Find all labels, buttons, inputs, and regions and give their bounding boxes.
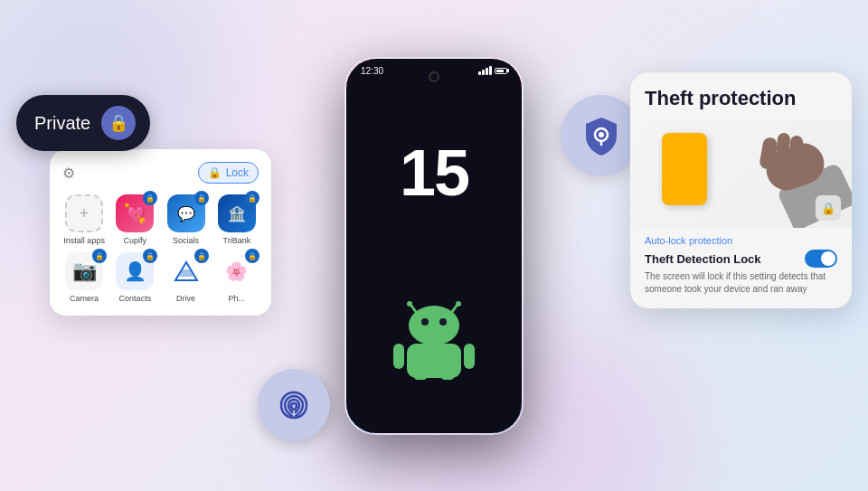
app-item-drive[interactable]: 🔒 Drive [165,252,208,303]
app-label-cupify: Cupify [124,236,147,245]
battery-icon [495,68,507,74]
cupify-badge: 🔒 [143,191,157,205]
fingerprint-icon [274,385,314,425]
svg-point-6 [409,306,459,345]
app-label-socials: Socials [173,236,199,245]
theft-card-body: Auto-lock protection Theft Detection Loc… [630,228,852,308]
private-pill[interactable]: Private 🔒 [16,95,150,151]
app-icon-drive: 🔒 [167,252,205,290]
svg-rect-13 [441,373,454,380]
svg-rect-10 [393,344,404,369]
lock-icon: 🔒 [108,113,128,133]
app-icon-tribank: 🏦 🔒 [218,194,256,232]
phone-screen: 12:30 15 [346,59,522,433]
lock-pill-label: Lock [226,166,249,179]
app-label-photos: Ph... [229,294,246,303]
phone: 12:30 15 [344,56,524,436]
lock-badge-icon: 🔒 [821,202,835,215]
contacts-badge: 🔒 [143,249,157,263]
app-label-camera: Camera [70,294,99,303]
svg-point-5 [456,301,461,307]
svg-rect-11 [464,344,475,369]
theft-detection-toggle[interactable] [805,250,837,268]
private-lock-circle: 🔒 [101,106,136,140]
apps-grid: + Install apps 💘 🔒 Cupify 💬 🔒 Socials 🏦 … [62,194,259,303]
theft-protection-card: Theft protection 🔒 Auto-lock protection [630,72,852,308]
tribank-badge: 🔒 [245,191,259,205]
phone-time: 12:30 [361,66,383,76]
app-icon-cupify: 💘 🔒 [116,194,154,232]
drive-badge: 🔒 [194,249,209,263]
app-icon-camera: 📷 🔒 [65,252,103,290]
phone-status-bar: 12:30 [361,66,507,76]
app-item-socials[interactable]: 💬 🔒 Socials [165,194,208,245]
lock-pill[interactable]: 🔒 Lock [198,162,259,184]
app-label-install: Install apps [63,236,105,245]
private-label: Private [34,113,90,134]
theft-detect-description: The screen will lock if this setting det… [645,270,837,296]
auto-lock-label: Auto-lock protection [645,235,837,246]
app-label-tribank: TriBank [223,236,251,245]
app-item-camera[interactable]: 📷 🔒 Camera [62,252,106,303]
photos-badge: 🔒 [245,249,259,263]
phone-number: 15 [400,136,468,210]
shield-icon [579,113,624,158]
theft-lock-badge: 🔒 [816,195,841,221]
app-icon-photos: 🌸 🔒 [218,252,256,290]
gear-icon[interactable]: ⚙ [62,165,75,182]
socials-badge: 🔒 [194,191,209,205]
signal-icon [478,66,492,75]
lock-pill-icon: 🔒 [208,166,222,179]
theft-detect-title-row: Theft Detection Lock [645,250,837,268]
app-item-photos[interactable]: 🌸 🔒 Ph... [215,252,259,303]
theft-detect-title-text: Theft Detection Lock [645,252,761,266]
stolen-phone-shape [662,133,707,205]
apps-panel: ⚙ 🔒 Lock + Install apps 💘 🔒 Cupify 💬 🔒 S… [50,149,271,316]
svg-rect-12 [414,373,427,380]
app-icon-socials: 💬 🔒 [167,194,205,232]
svg-point-8 [439,318,447,326]
theft-card-title: Theft protection [630,72,852,119]
phone-status-icons [478,66,507,75]
app-label-contacts: Contacts [119,294,152,303]
svg-point-7 [421,318,429,326]
svg-point-3 [407,301,412,307]
camera-badge: 🔒 [92,249,107,263]
fingerprint-circle[interactable] [258,369,330,441]
app-item-contacts[interactable]: 👤 🔒 Contacts [113,252,156,303]
theft-card-image: 🔒 [630,119,852,228]
app-item-install[interactable]: + Install apps [62,194,106,245]
app-label-drive: Drive [176,294,195,303]
app-item-tribank[interactable]: 🏦 🔒 TriBank [215,194,259,245]
app-icon-install: + [65,194,103,232]
app-item-cupify[interactable]: 💘 🔒 Cupify [113,194,156,245]
apps-panel-header: ⚙ 🔒 Lock [62,162,259,184]
svg-point-15 [599,132,604,137]
android-robot [389,298,479,383]
app-icon-contacts: 👤 🔒 [116,252,154,290]
svg-rect-9 [407,344,461,378]
